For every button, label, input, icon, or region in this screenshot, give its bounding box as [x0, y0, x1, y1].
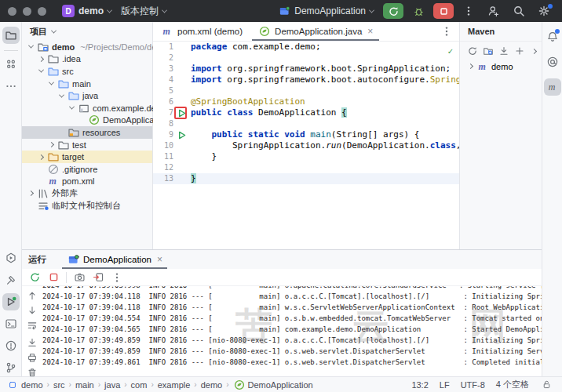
tab-options-button[interactable]	[440, 22, 459, 41]
tree-item-[interactable]: 外部库	[22, 187, 152, 200]
code-line-9[interactable]: 9 public static void main(String[] args)…	[153, 129, 459, 140]
code-editor[interactable]: 1package com.example.demo;23import org.s…	[153, 42, 459, 249]
editor-tab-DemoApplication.java[interactable]: DemoApplication.java×	[250, 22, 381, 41]
arrow-up-button[interactable]	[26, 289, 38, 302]
tree-item-[interactable]: 临时文件和控制台	[22, 200, 152, 212]
tree-item-resources[interactable]: resources	[22, 126, 152, 139]
search-everywhere-button[interactable]	[509, 3, 529, 19]
soft-wrap-button[interactable]	[26, 319, 38, 332]
settings-button[interactable]	[534, 3, 554, 19]
line-ending[interactable]: LF	[440, 380, 450, 390]
stop-button[interactable]	[433, 3, 454, 19]
close-icon[interactable]: ×	[157, 254, 162, 265]
chevron-down-icon[interactable]	[38, 67, 43, 73]
tree-item-DemoApplication[interactable]: DemoApplication	[22, 114, 152, 127]
code-line-13[interactable]: 13}	[153, 173, 459, 184]
stop-outline-button[interactable]	[47, 271, 60, 284]
tool-strip-run-play[interactable]	[2, 293, 20, 310]
window-controls[interactable]	[8, 7, 46, 16]
download-button[interactable]	[498, 45, 510, 57]
tool-strip-build-hammer[interactable]	[2, 271, 20, 289]
breadcrumb-item-demo[interactable]: demo	[201, 380, 223, 390]
indent-setting[interactable]: 4 个空格	[496, 379, 529, 390]
code-line-2[interactable]: 2	[153, 53, 459, 64]
chevron-right-icon[interactable]	[27, 191, 33, 196]
plus-button[interactable]	[513, 45, 526, 57]
chevron-right-icon[interactable]	[467, 64, 473, 69]
printer-button[interactable]	[26, 351, 38, 364]
code-line-3[interactable]: 3import org.springframework.boot.SpringA…	[153, 64, 459, 74]
inspections-ok-icon[interactable]: ✓	[447, 46, 453, 56]
chevron-right-icon[interactable]	[38, 154, 43, 160]
code-line-1[interactable]: 1package com.example.demo;	[153, 42, 459, 53]
run-gutter-icon[interactable]	[175, 129, 188, 141]
breadcrumb-item-java[interactable]: java	[104, 380, 120, 390]
tree-item-main[interactable]: main	[22, 78, 152, 90]
code-line-6[interactable]: 6@SpringBootApplication	[153, 96, 459, 107]
camera-button[interactable]	[73, 271, 86, 284]
chevron-down-icon[interactable]	[27, 43, 33, 49]
arrow-down-button[interactable]	[26, 304, 38, 317]
more-actions-button[interactable]	[458, 3, 479, 19]
chevron-right-icon[interactable]	[48, 142, 53, 147]
breadcrumb-item-DemoApplication[interactable]: DemoApplication	[233, 379, 313, 391]
tree-item-test[interactable]: test	[22, 139, 152, 151]
code-line-8[interactable]: 8	[153, 118, 459, 129]
tool-strip-maven-tool[interactable]: m	[544, 78, 561, 96]
scroll-to-end-button[interactable]	[26, 336, 38, 349]
rerun-green-button[interactable]	[28, 271, 41, 284]
breadcrumb-item-src[interactable]: src	[53, 380, 65, 390]
close-window-button[interactable]	[8, 7, 16, 16]
tool-strip-git-branch[interactable]	[2, 359, 20, 376]
close-icon[interactable]: ×	[367, 26, 373, 37]
tree-item-demo[interactable]: demo~/Projects/Demo/demo	[22, 41, 152, 53]
editor-tab-pom.xmldemo[interactable]: mpom.xml (demo)	[153, 22, 250, 41]
debug-button[interactable]	[408, 3, 429, 19]
tree-item-com.example.demo[interactable]: com.example.demo	[22, 102, 152, 114]
code-line-7[interactable]: 7public class DemoApplication {	[153, 107, 459, 118]
chevron-down-icon[interactable]	[48, 80, 53, 85]
editor-area[interactable]: mpom.xml (demo)DemoApplication.java× 1pa…	[153, 22, 459, 249]
console-output[interactable]: 2024-10-17 07:39:03.998 INFO 2816 --- [ …	[42, 286, 542, 376]
tool-strip-more[interactable]	[2, 78, 20, 95]
code-line-12[interactable]: 12	[153, 162, 459, 173]
file-encoding[interactable]: UTF-8	[461, 380, 485, 390]
tree-item-pom.xml[interactable]: mpom.xml	[22, 176, 152, 188]
unlock-icon[interactable]	[540, 379, 553, 391]
chevron-right-icon[interactable]	[38, 56, 43, 62]
tree-item-.idea[interactable]: .idea	[22, 53, 152, 66]
zoom-window-button[interactable]	[38, 7, 46, 16]
code-line-5[interactable]: 5	[153, 85, 459, 96]
tree-item-target[interactable]: target	[22, 151, 152, 163]
tree-item-src[interactable]: src	[22, 65, 152, 78]
code-line-4[interactable]: 4import org.springframework.boot.autocon…	[153, 74, 459, 85]
run-configuration-selector[interactable]: DemoApplication	[273, 2, 378, 20]
tool-strip-structure[interactable]	[2, 56, 20, 73]
project-widget[interactable]: D demo	[57, 2, 116, 20]
tool-strip-project-folder[interactable]	[2, 27, 20, 44]
rerun-button[interactable]	[383, 3, 403, 19]
run-tab[interactable]: DemoApplication ×	[60, 250, 169, 269]
chevron-down-icon[interactable]	[51, 27, 57, 33]
caret-position[interactable]: 13:2	[411, 380, 428, 390]
breadcrumb-item-demo[interactable]: demo	[6, 379, 43, 391]
tree-item-.gitignore[interactable]: .gitignore	[22, 163, 152, 176]
breadcrumb-item-main[interactable]: main	[75, 380, 94, 390]
tool-strip-problems[interactable]	[2, 337, 20, 354]
maven-tree-item-demo[interactable]: mdemo	[460, 60, 542, 73]
minimize-window-button[interactable]	[23, 7, 31, 16]
code-line-11[interactable]: 11 }	[153, 151, 459, 162]
chevron-down-icon[interactable]	[68, 104, 74, 110]
code-with-me-button[interactable]	[484, 3, 504, 19]
vcs-menu[interactable]: 版本控制	[116, 2, 171, 20]
tree-item-java[interactable]: java	[22, 89, 152, 102]
code-line-10[interactable]: 10 SpringApplication.run(DemoApplication…	[153, 140, 459, 151]
kebab-button[interactable]	[111, 271, 123, 284]
detach-button[interactable]	[92, 271, 104, 284]
breadcrumb-item-com[interactable]: com	[131, 380, 148, 390]
sync-folder-button[interactable]	[482, 45, 494, 57]
tool-strip-terminal[interactable]	[2, 315, 20, 332]
tool-strip-endpoints-at[interactable]	[544, 53, 561, 71]
tool-strip-services[interactable]	[2, 249, 20, 267]
trash-button[interactable]	[26, 366, 38, 379]
